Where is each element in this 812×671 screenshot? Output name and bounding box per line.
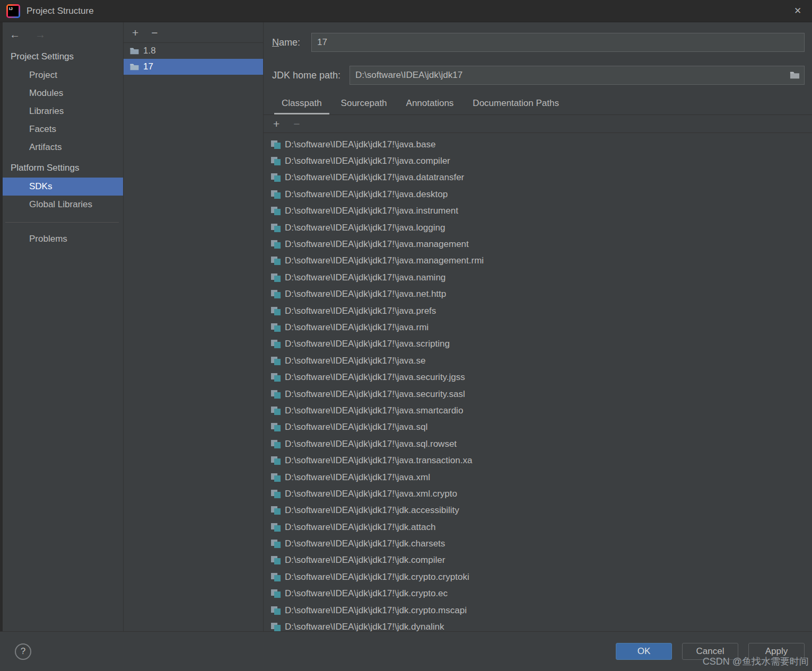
dialog-titlebar: IJ Project Structure ✕ (0, 0, 812, 22)
platform-settings-header: Platform Settings (0, 156, 123, 178)
jar-module-icon (271, 606, 281, 615)
classpath-entry-path: D:\software\IDEA\jdk\jdk17!\java.desktop (285, 189, 448, 200)
classpath-entry-row[interactable]: D:\software\IDEA\jdk\jdk17!\jdk.crypto.e… (264, 586, 812, 602)
ok-button[interactable]: OK (616, 643, 672, 660)
classpath-entry-path: D:\software\IDEA\jdk\jdk17!\jdk.charsets (285, 538, 445, 549)
dialog-content: ← → Project Settings Project Modules Lib… (0, 22, 812, 631)
classpath-entry-path: D:\software\IDEA\jdk\jdk17!\java.compile… (285, 156, 450, 166)
jar-module-icon (271, 356, 281, 366)
dialog-footer: ? OK Cancel Apply CSDN @鱼找水需要时间 (0, 631, 812, 671)
classpath-entry-row[interactable]: D:\software\IDEA\jdk\jdk17!\java.managem… (264, 253, 812, 269)
classpath-entry-path: D:\software\IDEA\jdk\jdk17!\java.sql (285, 422, 427, 432)
sdk-folder-icon (130, 63, 139, 71)
classpath-entry-row[interactable]: D:\software\IDEA\jdk\jdk17!\java.smartca… (264, 402, 812, 419)
jar-module-icon (271, 306, 281, 316)
classpath-entry-path: D:\software\IDEA\jdk\jdk17!\java.instrum… (285, 206, 458, 216)
jar-module-icon (271, 173, 281, 182)
classpath-entry-row[interactable]: D:\software\IDEA\jdk\jdk17!\jdk.attach (264, 519, 812, 535)
classpath-entry-path: D:\software\IDEA\jdk\jdk17!\java.scripti… (285, 339, 450, 349)
classpath-entry-row[interactable]: D:\software\IDEA\jdk\jdk17!\java.sql.row… (264, 436, 812, 452)
classpath-entry-path: D:\software\IDEA\jdk\jdk17!\jdk.crypto.m… (285, 605, 467, 616)
history-nav: ← → (0, 22, 123, 45)
project-settings-header: Project Settings (0, 45, 123, 66)
sdk-details-panel: Name: JDK home path: Classpath S (264, 22, 812, 631)
jar-module-icon (271, 589, 281, 598)
classpath-entry-path: D:\software\IDEA\jdk\jdk17!\java.xml (285, 472, 430, 483)
classpath-entry-row[interactable]: D:\software\IDEA\jdk\jdk17!\java.transac… (264, 452, 812, 469)
classpath-entry-row[interactable]: D:\software\IDEA\jdk\jdk17!\java.datatra… (264, 170, 812, 186)
classpath-entry-row[interactable]: D:\software\IDEA\jdk\jdk17!\java.managem… (264, 236, 812, 252)
classpath-entry-row[interactable]: D:\software\IDEA\jdk\jdk17!\jdk.compiler (264, 552, 812, 569)
back-arrow-icon[interactable]: ← (10, 29, 20, 40)
sidebar-item-sdks[interactable]: SDKs (0, 178, 123, 196)
classpath-entry-row[interactable]: D:\software\IDEA\jdk\jdk17!\jdk.charsets (264, 535, 812, 552)
jar-module-icon (271, 206, 281, 216)
sidebar-item-global-libraries[interactable]: Global Libraries (0, 196, 123, 214)
classpath-entry-row[interactable]: D:\software\IDEA\jdk\jdk17!\java.securit… (264, 386, 812, 402)
classpath-entry-row[interactable]: D:\software\IDEA\jdk\jdk17!\jdk.crypto.c… (264, 569, 812, 585)
sidebar-item-modules[interactable]: Modules (0, 84, 123, 102)
tab-sourcepath[interactable]: Sourcepath (331, 92, 397, 114)
classpath-entry-row[interactable]: D:\software\IDEA\jdk\jdk17!\java.xml.cry… (264, 485, 812, 502)
classpath-entry-row[interactable]: D:\software\IDEA\jdk\jdk17!\java.se (264, 352, 812, 369)
sdk-item-17[interactable]: 17 (124, 59, 263, 75)
classpath-entry-row[interactable]: D:\software\IDEA\jdk\jdk17!\java.scripti… (264, 336, 812, 352)
tab-annotations[interactable]: Annotations (397, 92, 464, 114)
close-icon: ✕ (794, 5, 801, 16)
sdk-tabs: Classpath Sourcepath Annotations Documen… (264, 92, 812, 115)
classpath-entry-path: D:\software\IDEA\jdk\jdk17!\java.net.htt… (285, 289, 446, 299)
tab-classpath[interactable]: Classpath (272, 92, 331, 114)
settings-sidebar: ← → Project Settings Project Modules Lib… (0, 22, 124, 631)
jdk-home-path-input[interactable] (350, 66, 805, 85)
name-label: Name: (272, 37, 311, 48)
classpath-entry-path: D:\software\IDEA\jdk\jdk17!\java.transac… (285, 455, 472, 466)
forward-arrow-icon[interactable]: → (35, 29, 46, 40)
sidebar-item-facets[interactable]: Facets (0, 120, 123, 138)
add-sdk-button[interactable]: + (132, 27, 138, 38)
classpath-entry-row[interactable]: D:\software\IDEA\jdk\jdk17!\java.desktop (264, 186, 812, 202)
sidebar-item-project[interactable]: Project (0, 66, 123, 84)
jar-module-icon (271, 273, 281, 282)
classpath-entry-row[interactable]: D:\software\IDEA\jdk\jdk17!\java.sql (264, 419, 812, 436)
browse-folder-icon[interactable] (789, 70, 800, 80)
close-button[interactable]: ✕ (789, 3, 807, 20)
sidebar-divider (5, 222, 119, 223)
classpath-entry-row[interactable]: D:\software\IDEA\jdk\jdk17!\jdk.dynalink (264, 619, 812, 631)
classpath-entry-row[interactable]: D:\software\IDEA\jdk\jdk17!\java.prefs (264, 303, 812, 319)
classpath-entry-row[interactable]: D:\software\IDEA\jdk\jdk17!\java.rmi (264, 319, 812, 336)
jdk-home-label: JDK home path: (272, 70, 350, 81)
classpath-list: D:\software\IDEA\jdk\jdk17!\java.base D:… (264, 133, 812, 631)
classpath-entry-row[interactable]: D:\software\IDEA\jdk\jdk17!\jdk.crypto.m… (264, 602, 812, 619)
classpath-entry-path: D:\software\IDEA\jdk\jdk17!\java.securit… (285, 389, 465, 400)
classpath-entry-path: D:\software\IDEA\jdk\jdk17!\jdk.crypto.e… (285, 588, 448, 599)
classpath-entry-row[interactable]: D:\software\IDEA\jdk\jdk17!\java.xml (264, 469, 812, 485)
classpath-entry-row[interactable]: D:\software\IDEA\jdk\jdk17!\jdk.accessib… (264, 502, 812, 519)
classpath-entry-row[interactable]: D:\software\IDEA\jdk\jdk17!\java.net.htt… (264, 286, 812, 303)
classpath-entry-row[interactable]: D:\software\IDEA\jdk\jdk17!\java.securit… (264, 369, 812, 385)
add-classpath-button[interactable]: + (273, 118, 280, 129)
jar-module-icon (271, 555, 281, 565)
sidebar-item-problems[interactable]: Problems (0, 230, 123, 248)
classpath-entry-path: D:\software\IDEA\jdk\jdk17!\java.logging (285, 223, 445, 233)
sidebar-item-libraries[interactable]: Libraries (0, 102, 123, 120)
sidebar-item-artifacts[interactable]: Artifacts (0, 138, 123, 156)
classpath-entry-row[interactable]: D:\software\IDEA\jdk\jdk17!\java.naming (264, 269, 812, 286)
sdk-item-label: 1.8 (143, 46, 156, 56)
jar-module-icon (271, 289, 281, 299)
classpath-entry-row[interactable]: D:\software\IDEA\jdk\jdk17!\java.compile… (264, 153, 812, 169)
classpath-entry-path: D:\software\IDEA\jdk\jdk17!\java.rmi (285, 322, 429, 333)
classpath-entry-row[interactable]: D:\software\IDEA\jdk\jdk17!\java.logging (264, 219, 812, 236)
sdk-name-input[interactable] (311, 33, 805, 52)
classpath-entry-row[interactable]: D:\software\IDEA\jdk\jdk17!\java.instrum… (264, 203, 812, 219)
help-button[interactable]: ? (15, 643, 31, 660)
jar-module-icon (271, 156, 281, 166)
sdk-item-1-8[interactable]: 1.8 (124, 43, 263, 59)
jar-module-icon (271, 439, 281, 449)
tab-documentation-paths[interactable]: Documentation Paths (463, 92, 569, 114)
classpath-entry-row[interactable]: D:\software\IDEA\jdk\jdk17!\java.base (264, 136, 812, 153)
jar-module-icon (271, 240, 281, 249)
sdk-list-toolbar: + − (124, 22, 263, 43)
jar-module-icon (271, 140, 281, 149)
remove-classpath-button[interactable]: − (293, 118, 300, 129)
remove-sdk-button[interactable]: − (151, 27, 158, 38)
